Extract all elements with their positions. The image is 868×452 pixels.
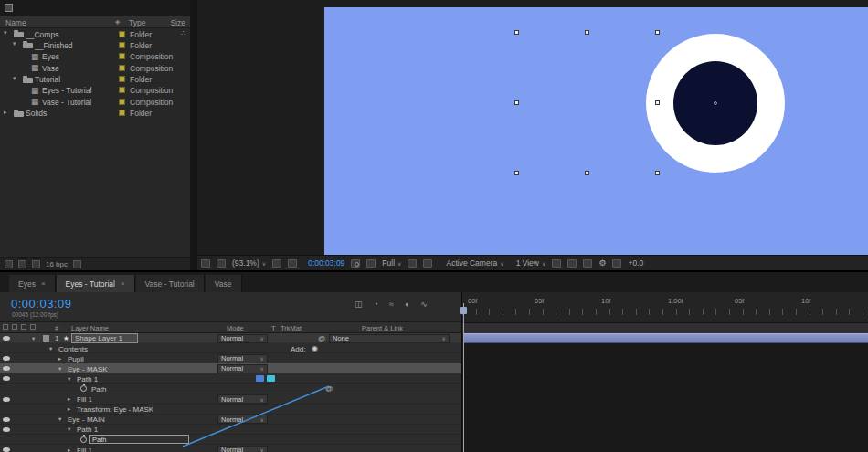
project-item-comps[interactable]: ▾ __Comps Folder ∴ [0, 28, 190, 39]
new-folder-icon[interactable] [18, 260, 26, 268]
visibility-eye-icon[interactable] [3, 366, 10, 371]
visibility-eye-icon[interactable] [3, 356, 10, 361]
bit-depth-label[interactable]: 16 bpc [46, 260, 68, 268]
work-area-bar[interactable] [462, 323, 868, 333]
group-row-fill-1-mask[interactable]: ▸ Fill 1 Normal ∨ [0, 394, 461, 405]
twirl-closed-icon[interactable]: ▸ [58, 355, 61, 363]
selection-handle-n[interactable] [585, 30, 589, 35]
tab-eyes-tutorial[interactable]: Eyes - Tutorial × [57, 275, 135, 292]
twirl-open-icon[interactable]: ▾ [68, 375, 70, 383]
column-type[interactable]: Type [129, 18, 145, 27]
column-size[interactable]: Size [170, 18, 185, 27]
shy-icon[interactable]: ◔ [374, 300, 378, 309]
eye-white-shape[interactable] [646, 34, 785, 173]
blend-mode-dropdown[interactable]: Normal ∨ [217, 415, 268, 424]
group-name[interactable]: Fill 1 [77, 447, 92, 452]
twirl-open-icon[interactable]: ▾ [58, 415, 61, 423]
fast-previews-icon[interactable] [567, 259, 577, 268]
project-item-finished[interactable]: ▾ __Finished Folder [0, 39, 190, 50]
group-name[interactable]: Path 1 [77, 375, 98, 384]
twirl-open-icon[interactable]: ▾ [13, 40, 16, 47]
close-icon[interactable]: × [41, 279, 46, 288]
column-t[interactable]: T [271, 324, 276, 332]
shape-path-switch-icon[interactable] [256, 375, 264, 382]
label-color-swatch[interactable] [119, 110, 125, 116]
visibility-eye-icon[interactable] [3, 397, 10, 402]
project-item-vase[interactable]: ▦ Vase Composition [0, 62, 190, 73]
twirl-open-icon[interactable]: ▾ [68, 426, 70, 433]
transparency-grid-icon[interactable] [423, 259, 432, 268]
twirl-closed-icon[interactable]: ▸ [68, 395, 70, 403]
pixel-aspect-icon[interactable] [552, 259, 561, 268]
exposure-value[interactable]: +0.0 [628, 258, 643, 268]
add-shape-icon[interactable]: ◉ [312, 344, 318, 352]
property-row-path-main[interactable]: Path [0, 435, 461, 445]
blend-mode-dropdown[interactable]: Normal ∨ [217, 394, 268, 404]
layer-name[interactable]: Shape Layer 1 [71, 333, 138, 343]
motion-blur-icon[interactable]: ◐ [405, 300, 409, 309]
group-row-fill-1-main[interactable]: ▸ Fill 1 Normal ∨ [0, 445, 461, 452]
property-pick-whip-icon[interactable]: @ [325, 384, 333, 393]
property-row-contents[interactable]: ▾ Contents Add: ◉ [0, 343, 461, 353]
frame-blending-icon[interactable]: ≈ [389, 300, 394, 309]
interpret-footage-icon[interactable] [5, 260, 13, 268]
property-link-target-box[interactable]: Path [89, 435, 189, 444]
twirl-open-icon[interactable]: ▾ [49, 345, 52, 352]
group-row-path-1-main[interactable]: ▾ Path 1 [0, 425, 461, 435]
selection-handle-w[interactable] [514, 100, 519, 105]
stopwatch-icon[interactable] [80, 436, 87, 443]
property-row-transform-eye-mask[interactable]: ▸ Transform: Eye - MASK [0, 405, 461, 415]
group-name[interactable]: Pupil [68, 355, 84, 363]
project-item-vase-tutorial[interactable]: ▦ Vase - Tutorial Composition [0, 96, 190, 107]
label-color-swatch[interactable] [119, 65, 125, 71]
always-preview-icon[interactable] [201, 259, 210, 268]
twirl-open-icon[interactable]: ▾ [4, 29, 7, 37]
group-name[interactable]: Transform: Eye - MASK [77, 405, 153, 414]
resolution-dropdown[interactable]: Full ∨ [382, 258, 401, 268]
group-name[interactable]: Path 1 [77, 426, 98, 434]
label-color-swatch[interactable] [119, 31, 125, 37]
selection-handle-sw[interactable] [514, 171, 519, 175]
group-row-pupil[interactable]: ▸ Pupil Normal ∨ [0, 353, 461, 363]
time-ruler[interactable]: 00f 05f 10f 1:00f 05f 10f [462, 292, 868, 323]
label-color-swatch[interactable] [119, 76, 125, 82]
project-item-solids[interactable]: ▸ Solids Folder [0, 108, 190, 119]
visibility-eye-icon[interactable] [3, 336, 10, 341]
group-row-path-1-mask[interactable]: ▾ Path 1 [0, 373, 461, 384]
composition-canvas[interactable] [324, 7, 868, 255]
current-time-indicator[interactable] [463, 303, 464, 452]
shape-path-switch-icon[interactable] [267, 375, 275, 382]
project-item-tutorial[interactable]: ▾ Tutorial Folder [0, 74, 190, 85]
group-name[interactable]: Fill 1 [77, 395, 92, 404]
gear-icon[interactable]: ⚙ [598, 258, 606, 268]
selection-handle-nw[interactable] [514, 30, 519, 35]
grid-guides-icon[interactable] [272, 259, 281, 268]
magnification-icon[interactable] [217, 259, 226, 268]
selection-handle-s[interactable] [585, 171, 589, 175]
column-layer-name[interactable]: Layer Name [71, 324, 109, 332]
layer-color-swatch[interactable] [43, 335, 49, 342]
group-name[interactable]: Eye - MASK [68, 365, 108, 373]
label-color-swatch[interactable] [119, 42, 125, 48]
tab-eyes[interactable]: Eyes × [9, 275, 56, 292]
column-trkmat[interactable]: TrkMat [281, 324, 302, 332]
current-timecode[interactable]: 0:00:03:09 [11, 297, 71, 310]
delete-trash-icon[interactable] [73, 260, 81, 268]
tab-vase-tutorial[interactable]: Vase - Tutorial [136, 275, 205, 292]
panel-tab-icon[interactable] [5, 4, 13, 12]
label-column-icon[interactable]: ◈ [115, 18, 120, 26]
region-of-interest-icon[interactable] [408, 259, 417, 268]
layer-duration-bar[interactable] [463, 333, 868, 343]
tab-vase[interactable]: Vase [206, 275, 242, 292]
mini-flowchart-icon[interactable]: ◫ [355, 300, 363, 309]
visibility-eye-icon[interactable] [3, 417, 10, 422]
twirl-open-icon[interactable]: ▾ [32, 335, 35, 342]
twirl-closed-icon[interactable]: ▸ [68, 447, 70, 452]
close-icon[interactable]: × [121, 279, 125, 288]
column-name[interactable]: Name [5, 18, 26, 27]
twirl-open-icon[interactable]: ▾ [58, 365, 61, 373]
visibility-eye-icon[interactable] [3, 447, 10, 452]
column-mode[interactable]: Mode [227, 324, 244, 332]
blend-mode-dropdown[interactable]: Normal ∨ [217, 334, 268, 343]
twirl-open-icon[interactable]: ▾ [13, 75, 16, 82]
